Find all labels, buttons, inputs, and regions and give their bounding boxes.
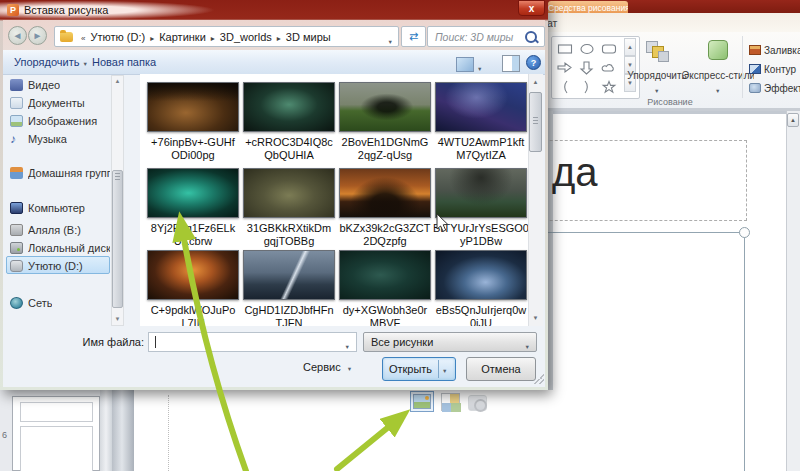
slide-thumbnail-6[interactable] [12,396,100,471]
sidebar-item--идео[interactable]: Видео [10,76,110,93]
file-thumbnail[interactable] [147,250,239,300]
insert-media-icon[interactable] [468,395,487,411]
shape-effects-button[interactable]: Эффекты [764,83,800,94]
open-split-divider [438,360,439,378]
disk-d-icon [10,260,23,272]
file-name-input[interactable] [148,332,357,352]
thumb-content-box [20,426,93,471]
sidebar-item--окументы[interactable]: Документы [10,94,110,111]
panel-scrollbar[interactable] [112,387,134,471]
file-name[interactable]: CgHD1IZDJbfHFn [239,304,339,317]
sidebar-item--узыка[interactable]: ♪Музыка [10,130,110,147]
cancel-button[interactable]: Отмена [466,357,536,381]
breadcrumb-dropdown-icon[interactable] [388,34,393,46]
file-name[interactable]: dy+XGWobh3e0r [335,304,435,317]
shape-right-paren-icon[interactable] [576,77,598,96]
sidebar-item--омпьютер[interactable]: Компьютер [10,199,110,216]
file-thumbnail[interactable] [339,168,431,218]
shape-rectangle-icon[interactable] [554,39,576,58]
slide-vertical-scrollbar[interactable] [786,111,800,471]
arrange-dropdown-icon[interactable] [654,83,659,95]
file-name[interactable]: 2BovEh1DGNmG [335,136,435,149]
shape-arrow-down-icon[interactable] [576,58,598,77]
file-thumbnail[interactable] [435,82,527,132]
shape-left-paren-icon[interactable] [554,77,576,96]
sidebar-scroll-up-icon[interactable]: ▲ [112,76,123,87]
help-icon[interactable]: ? [526,55,541,70]
shape-outline-button[interactable]: Контур [764,64,800,75]
file-name[interactable]: 31GBKkRXtikDm [239,222,339,235]
filelist-scroll-thumb[interactable] [529,92,542,152]
file-thumbnail[interactable] [243,168,335,218]
file-thumbnail[interactable] [435,250,527,300]
file-thumbnail[interactable] [243,82,335,132]
shape-arrow-right-icon[interactable] [554,58,576,77]
sidebar-item-label: Аляля (B:) [28,224,81,236]
file-name[interactable]: bKZx39k2cG3ZCT [335,222,435,235]
file-name[interactable]: +76inpBv+-GUHf [143,136,243,149]
filelist-scroll-up-icon[interactable]: ▲ [529,76,542,89]
breadcrumb-overflow-chevron[interactable]: « [78,34,88,43]
sidebar-item--зображения[interactable]: Изображения [10,112,110,129]
filelist-scroll-down-icon[interactable]: ▼ [529,312,542,325]
open-dropdown-icon[interactable] [442,358,447,382]
quick-styles-dropdown-icon[interactable] [715,83,720,95]
placeholder-resize-handle[interactable] [739,227,750,238]
breadcrumb-segment[interactable]: Картинки [157,31,208,43]
floppy-drive-icon [10,224,23,236]
open-button[interactable]: Открыть [382,357,456,381]
shape-ellipse-icon[interactable] [576,39,598,58]
preview-pane-icon[interactable] [502,55,520,72]
shape-gallery-grid [554,39,622,96]
scroll-up-icon[interactable]: ▲ [787,113,799,127]
arrange-button[interactable]: Упорядочить [626,70,688,81]
file-name[interactable]: eBs5QnJuIrjerq0w [431,304,528,317]
file-thumbnail[interactable] [147,82,239,132]
resize-grip[interactable] [534,374,544,384]
views-icon[interactable] [456,57,474,72]
breadcrumb-segment[interactable]: 3D_worlds [218,31,274,43]
tools-button[interactable]: Сервис [303,361,352,373]
views-dropdown-icon[interactable] [477,61,482,73]
file-name-dropdown-icon[interactable] [345,339,350,351]
breadcrumb-segment[interactable]: 3D миры [284,31,333,43]
file-name[interactable]: C+9pdklWOJuPo [143,304,243,317]
file-type-select[interactable]: Все рисунки [363,332,537,352]
forward-button[interactable]: ► [28,26,47,45]
panel-splitter[interactable] [100,387,112,471]
file-thumbnail[interactable] [339,250,431,300]
slide-number: 6 [2,430,7,440]
sidebar-scroll-thumb[interactable] [112,170,123,308]
file-name[interactable]: 8Yj2Fqg1Fz6ELk [143,222,243,235]
dialog-title: Вставка рисунка [24,4,108,16]
shape-cloud-icon[interactable] [598,58,620,77]
new-folder-button[interactable]: Новая папка [92,56,156,68]
breadcrumb-segment[interactable]: Утютю (D:) [88,31,147,43]
close-button[interactable]: x [518,0,545,16]
gallery-scroll-up-icon[interactable]: ▲ [624,38,636,56]
file-thumbnail[interactable] [339,82,431,132]
organize-button[interactable]: Упорядочить [14,56,88,68]
sidebar-item--омашняя-группа[interactable]: Домашняя группа [10,164,110,181]
refresh-button[interactable]: ⇄ [401,26,426,47]
breadcrumb[interactable]: «Утютю (D:)▸Картинки▸3D_worlds▸3D миры [54,26,399,47]
back-button[interactable]: ◄ [8,26,27,45]
file-thumbnail[interactable] [243,250,335,300]
sidebar-scroll-down-icon[interactable]: ▼ [112,314,123,325]
sidebar-item--тютю-d-[interactable]: Утютю (D:) [10,257,110,274]
sidebar-item--окальный-диск[interactable]: Локальный диск [10,239,110,256]
file-thumbnail[interactable] [435,168,527,218]
quick-styles-button[interactable]: Экспресс-стили [682,70,754,81]
shape-fill-button[interactable]: Заливка [764,45,800,56]
sidebar-item-label: Документы [28,97,85,109]
search-input[interactable]: Поиск: 3D миры [427,26,545,47]
sidebar-item--ляля-b-[interactable]: Аляля (B:) [10,221,110,238]
shape-rounded-rectangle-icon[interactable] [598,39,620,58]
file-name[interactable]: +cRROC3D4IQ8c [239,136,339,149]
file-name[interactable]: BtTYUrJrYsESGO0 [431,222,528,235]
shape-star-icon[interactable] [598,77,620,96]
file-name[interactable]: 4WTU2AwmP1kft [431,136,528,149]
file-thumbnail[interactable] [147,168,239,218]
insert-clipart-icon[interactable] [441,393,460,411]
sidebar-item--еть[interactable]: Сеть [10,294,110,311]
